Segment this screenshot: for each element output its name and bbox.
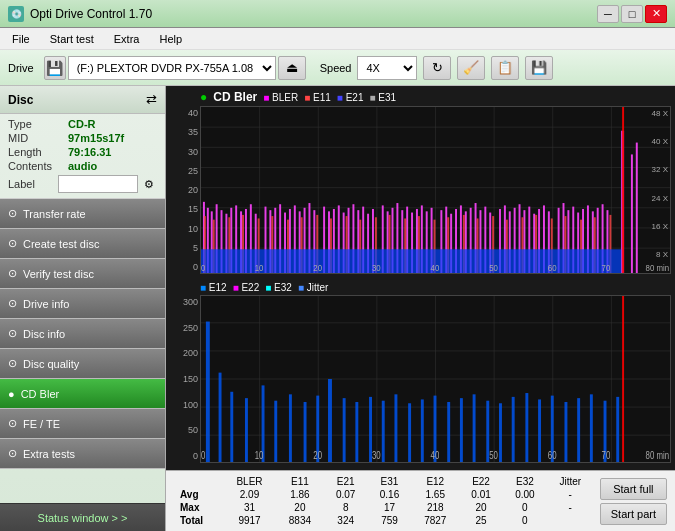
svg-rect-149 xyxy=(230,392,233,462)
sidebar-item-cd-bler[interactable]: ● CD Bler xyxy=(0,379,165,409)
sidebar-item-create-test-disc[interactable]: ⊙ Create test disc xyxy=(0,229,165,259)
svg-rect-166 xyxy=(460,398,463,462)
speed-label: Speed xyxy=(320,62,352,74)
svg-text:80 min: 80 min xyxy=(646,450,669,461)
col-header-e21: E21 xyxy=(324,475,368,488)
chart2-svg: 0 10 20 30 40 50 60 70 80 min xyxy=(201,296,670,462)
avg-e12: 1.65 xyxy=(411,488,459,501)
col-header-e31: E31 xyxy=(368,475,412,488)
avg-bler: 2.09 xyxy=(223,488,276,501)
refresh-button[interactable]: ↻ xyxy=(423,56,451,80)
sidebar-item-label: Create test disc xyxy=(23,238,99,250)
svg-rect-171 xyxy=(525,393,528,462)
copy-button[interactable]: 📋 xyxy=(491,56,519,80)
sidebar-item-label: Drive info xyxy=(23,298,69,310)
col-header-jitter: Jitter xyxy=(547,475,594,488)
maximize-button[interactable]: □ xyxy=(621,5,643,23)
svg-rect-176 xyxy=(590,394,593,462)
disc-quality-icon: ⊙ xyxy=(8,357,17,370)
speed-select[interactable]: 4X xyxy=(357,56,417,80)
svg-rect-160 xyxy=(382,401,385,462)
sidebar-item-label: Disc quality xyxy=(23,358,79,370)
total-e22: 25 xyxy=(459,514,503,527)
stats-row-avg: Avg 2.09 1.86 0.07 0.16 1.65 0.01 0.00 - xyxy=(174,488,594,501)
chart1-svg: 0 10 20 30 40 50 60 70 80 min xyxy=(201,107,670,273)
status-window-button[interactable]: Status window > > xyxy=(0,503,165,531)
sidebar-item-drive-info[interactable]: ⊙ Drive info xyxy=(0,289,165,319)
svg-text:0: 0 xyxy=(201,450,205,461)
drive-select[interactable]: (F:) PLEXTOR DVDR PX-755A 1.08 xyxy=(68,56,276,80)
chart1-header: ● CD Bler ■ BLER ■ E11 ■ E21 ■ E31 xyxy=(170,88,671,106)
svg-text:30: 30 xyxy=(372,262,381,273)
svg-rect-163 xyxy=(421,399,424,462)
sidebar-item-transfer-rate[interactable]: ⊙ Transfer rate xyxy=(0,199,165,229)
type-value: CD-R xyxy=(68,118,96,130)
create-test-icon: ⊙ xyxy=(8,237,17,250)
svg-rect-165 xyxy=(447,402,450,462)
contents-label: Contents xyxy=(8,160,68,172)
total-jitter xyxy=(547,514,594,527)
sidebar: Disc ⇄ Type CD-R MID 97m15s17f Length 79… xyxy=(0,86,166,531)
start-full-button[interactable]: Start full xyxy=(600,478,667,500)
verify-test-icon: ⊙ xyxy=(8,267,17,280)
right-panel: ● CD Bler ■ BLER ■ E11 ■ E21 ■ E31 40353… xyxy=(166,86,675,531)
legend-jitter: Jitter xyxy=(307,282,329,293)
svg-rect-124 xyxy=(201,249,621,273)
chart2-container: ■ E12 ■ E22 ■ E32 ■ Jitter 3002502001501… xyxy=(166,278,675,470)
svg-text:70: 70 xyxy=(602,450,611,461)
stats-row-total: Total 9917 8834 324 759 7827 25 0 xyxy=(174,514,594,527)
col-header-e22: E22 xyxy=(459,475,503,488)
fe-te-label: FE / TE xyxy=(23,418,60,430)
erase-button[interactable]: 🧹 xyxy=(457,56,485,80)
col-header-empty xyxy=(174,475,223,488)
menu-extra[interactable]: Extra xyxy=(106,31,148,47)
svg-text:30: 30 xyxy=(372,450,381,461)
svg-text:50: 50 xyxy=(489,450,498,461)
mid-value: 97m15s17f xyxy=(68,132,124,144)
svg-rect-162 xyxy=(408,403,411,462)
sidebar-item-verify-test-disc[interactable]: ⊙ Verify test disc xyxy=(0,259,165,289)
sidebar-item-disc-info[interactable]: ⊙ Disc info xyxy=(0,319,165,349)
max-e11: 20 xyxy=(276,501,324,514)
sidebar-item-extra-tests[interactable]: ⊙ Extra tests xyxy=(0,439,165,469)
menu-file[interactable]: File xyxy=(4,31,38,47)
svg-rect-154 xyxy=(304,402,307,462)
disc-arrow[interactable]: ⇄ xyxy=(146,92,157,107)
svg-rect-148 xyxy=(219,373,222,462)
svg-rect-161 xyxy=(394,394,397,462)
close-button[interactable]: ✕ xyxy=(645,5,667,23)
sidebar-item-label: Verify test disc xyxy=(23,268,94,280)
menu-help[interactable]: Help xyxy=(151,31,190,47)
disc-info-icon: ⊙ xyxy=(8,327,17,340)
eject-button[interactable]: ⏏ xyxy=(278,56,306,80)
svg-rect-172 xyxy=(538,399,541,462)
minimize-button[interactable]: ─ xyxy=(597,5,619,23)
svg-text:40: 40 xyxy=(431,450,440,461)
total-bler: 9917 xyxy=(223,514,276,527)
sidebar-item-disc-quality[interactable]: ⊙ Disc quality xyxy=(0,349,165,379)
stats-table: BLER E11 E21 E31 E12 E22 E32 Jitter Avg xyxy=(174,475,594,527)
contents-value: audio xyxy=(68,160,97,172)
svg-rect-152 xyxy=(274,401,277,462)
col-header-bler: BLER xyxy=(223,475,276,488)
svg-text:60: 60 xyxy=(548,450,557,461)
save-button[interactable]: 💾 xyxy=(525,56,553,80)
stats-area: BLER E11 E21 E31 E12 E22 E32 Jitter Avg xyxy=(166,470,675,531)
label-settings-icon[interactable]: ⚙ xyxy=(142,174,157,194)
chart2-legend: ■ E12 ■ E22 ■ E32 ■ Jitter xyxy=(200,282,328,293)
drive-label: Drive xyxy=(8,62,34,74)
label-input[interactable] xyxy=(58,175,138,193)
title-bar: 💿 Opti Drive Control 1.70 ─ □ ✕ xyxy=(0,0,675,28)
col-header-e11: E11 xyxy=(276,475,324,488)
chart1-icon: ● xyxy=(200,90,207,104)
svg-rect-156 xyxy=(328,379,332,462)
row-label-max: Max xyxy=(174,501,223,514)
start-part-button[interactable]: Start part xyxy=(600,503,667,525)
type-label: Type xyxy=(8,118,68,130)
sidebar-item-fe-te[interactable]: ⊙ FE / TE xyxy=(0,409,165,439)
chart1-body: 4035302520151050 xyxy=(170,106,671,274)
svg-text:70: 70 xyxy=(602,262,611,273)
max-e21: 8 xyxy=(324,501,368,514)
total-e12: 7827 xyxy=(411,514,459,527)
menu-start-test[interactable]: Start test xyxy=(42,31,102,47)
